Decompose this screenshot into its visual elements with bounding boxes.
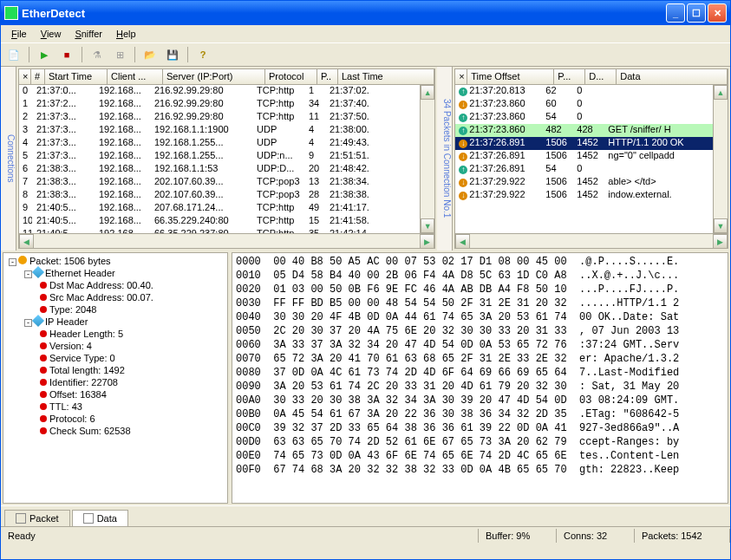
status-buffer: Buffer: 9%: [479, 529, 557, 543]
connection-body[interactable]: ↑21:37:20.813620↓21:37:23.860600↑21:37:2…: [455, 85, 713, 233]
tree-field[interactable]: Service Type: 0: [36, 352, 225, 364]
minimize-button[interactable]: _: [666, 3, 685, 23]
menu-bar: File View Sniffer Help: [1, 25, 730, 42]
field-icon: [40, 355, 47, 361]
hex-view[interactable]: 0000 00 40 B8 50 A5 AC 00 07 53 02 17 D1…: [232, 252, 728, 504]
tab-data[interactable]: Data: [72, 510, 128, 526]
bottom-tabs: Packet Data: [1, 505, 730, 526]
col-datastr[interactable]: Data: [617, 69, 728, 84]
tree-eth-header[interactable]: -Ethernet Header: [21, 267, 225, 279]
open-button[interactable]: 📂: [140, 45, 160, 64]
tree-field[interactable]: Check Sum: 62538: [36, 425, 225, 437]
help-button[interactable]: ?: [193, 45, 212, 64]
tree-field[interactable]: Header Length: 5: [36, 328, 225, 340]
connection-panel: × Time Offset P... D... Data ↑21:37:20.8…: [454, 68, 728, 249]
packet-tree[interactable]: -Packet: 1506 bytes -Ethernet Header Dst…: [3, 252, 228, 504]
stop-button[interactable]: ■: [57, 45, 76, 64]
field-icon: [40, 415, 47, 422]
field-icon: [40, 379, 47, 386]
header-icon: [32, 315, 44, 327]
arrow-down-icon: ↓: [459, 192, 467, 200]
tool-button-2[interactable]: ⊞: [110, 45, 129, 64]
app-icon: [4, 6, 18, 20]
col-protocol[interactable]: Protocol: [265, 69, 317, 84]
field-icon: [40, 427, 47, 434]
tree-field[interactable]: TTL: 43: [36, 400, 225, 413]
tool-button-1[interactable]: ⚗: [88, 45, 107, 64]
panel-close-icon[interactable]: ×: [19, 69, 31, 84]
vscrollbar[interactable]: ▲▼: [713, 85, 728, 233]
table-row[interactable]: ↓21:37:26.89115061452HTTP/1.1 200 OK: [455, 137, 713, 150]
field-icon: [40, 330, 47, 337]
table-row[interactable]: ↓21:37:29.92215061452indow.external.: [455, 189, 713, 202]
col-client[interactable]: Client ...: [108, 69, 163, 84]
tree-field[interactable]: Type: 2048: [36, 303, 225, 316]
table-row[interactable]: 221:37:3...192.168...216.92.99.29:80TCP:…: [19, 111, 420, 124]
packets-sidebar-label: 34 Packets in Connection No.1: [437, 67, 453, 251]
tree-field[interactable]: Src Mac Address: 00.07.: [36, 291, 225, 303]
menu-file[interactable]: File: [4, 27, 34, 41]
panel-close-icon[interactable]: ×: [455, 69, 467, 84]
table-row[interactable]: 821:38:3...192.168...202.107.60.39...TCP…: [19, 189, 420, 202]
col-lasttime[interactable]: Last Time: [338, 69, 434, 84]
table-row[interactable]: 621:38:3...192.168...192.168.1.1:53UDP:D…: [19, 163, 420, 176]
table-row[interactable]: ↑21:37:23.860540: [455, 111, 713, 124]
col-data[interactable]: D...: [585, 69, 617, 84]
table-row[interactable]: 1021:40:5...192.168...66.35.229.240:80TC…: [19, 215, 420, 228]
arrow-up-icon: ↑: [459, 166, 467, 174]
table-row[interactable]: ↓21:37:29.92215061452able> </td>: [455, 176, 713, 189]
packets-body[interactable]: 021:37:0...192.168...216.92.99.29:80TCP:…: [19, 85, 420, 233]
scroll-right[interactable]: ▶: [420, 234, 434, 249]
table-row[interactable]: ↓21:37:23.860600: [455, 98, 713, 111]
status-ready: Ready: [1, 529, 479, 543]
table-row[interactable]: ↑21:37:26.891540: [455, 163, 713, 176]
tree-field[interactable]: Dst Mac Address: 00.40.: [36, 279, 225, 291]
table-row[interactable]: 921:40:5...192.168...207.68.171.24...TCP…: [19, 202, 420, 215]
tree-field[interactable]: Offset: 16384: [36, 388, 225, 400]
menu-sniffer[interactable]: Sniffer: [68, 27, 109, 41]
col-p[interactable]: P..: [317, 69, 338, 84]
tree-field[interactable]: Identifier: 22708: [36, 376, 225, 388]
col-timeoffset[interactable]: Time Offset: [467, 69, 554, 84]
col-pkt[interactable]: P...: [554, 69, 585, 84]
table-row[interactable]: ↓21:37:26.89115061452ng="0" cellpadd: [455, 150, 713, 163]
table-row[interactable]: 021:37:0...192.168...216.92.99.29:80TCP:…: [19, 85, 420, 98]
play-button[interactable]: ▶: [35, 45, 54, 64]
tab-packet[interactable]: Packet: [4, 510, 70, 526]
table-row[interactable]: ↑21:37:23.860482428GET /sniffer/ H: [455, 124, 713, 137]
collapse-icon[interactable]: -: [9, 258, 16, 266]
toolbar: 📄 ▶ ■ ⚗ ⊞ 📂 💾 ?: [1, 42, 730, 67]
packet-icon: [18, 256, 27, 264]
tree-field[interactable]: Protocol: 6: [36, 413, 225, 425]
field-icon: [40, 282, 47, 289]
table-row[interactable]: ↑21:37:20.813620: [455, 85, 713, 98]
table-row[interactable]: 321:37:3...192.168...192.168.1.1:1900UDP…: [19, 124, 420, 137]
packet-tab-icon: [16, 513, 26, 524]
field-icon: [40, 391, 47, 398]
tree-field[interactable]: Version: 4: [36, 340, 225, 352]
menu-view[interactable]: View: [34, 27, 69, 41]
tree-field[interactable]: Total length: 1492: [36, 364, 225, 376]
col-num[interactable]: #: [31, 69, 45, 84]
field-icon: [40, 403, 47, 410]
menu-help[interactable]: Help: [109, 27, 143, 41]
tree-root[interactable]: -Packet: 1506 bytes: [5, 255, 225, 267]
save-button[interactable]: 💾: [163, 45, 182, 64]
arrow-up-icon: ↑: [459, 114, 467, 122]
tree-ip-header[interactable]: -IP Header: [21, 316, 225, 328]
vscrollbar[interactable]: ▲▼: [420, 85, 434, 233]
arrow-down-icon: ↓: [459, 153, 467, 161]
packets-panel: × # Start Time Client ... Server (IP:Por…: [18, 68, 435, 249]
table-row[interactable]: 421:37:3...192.168...192.168.1.255...UDP…: [19, 137, 420, 150]
table-row[interactable]: 521:37:3...192.168...192.168.1.255...UDP…: [19, 150, 420, 163]
scroll-left[interactable]: ◀: [19, 234, 34, 249]
col-starttime[interactable]: Start Time: [45, 69, 108, 84]
table-row[interactable]: 121:37:2...192.168...216.92.99.29:80TCP:…: [19, 98, 420, 111]
table-row[interactable]: 721:38:3...192.168...202.107.60.39...TCP…: [19, 176, 420, 189]
close-button[interactable]: ✕: [708, 3, 727, 23]
connections-sidebar-label: Connections: [1, 67, 16, 251]
arrow-down-icon: ↓: [459, 101, 467, 109]
col-server[interactable]: Server (IP:Port): [163, 69, 265, 84]
maximize-button[interactable]: ☐: [687, 3, 706, 23]
new-button[interactable]: 📄: [4, 45, 23, 64]
